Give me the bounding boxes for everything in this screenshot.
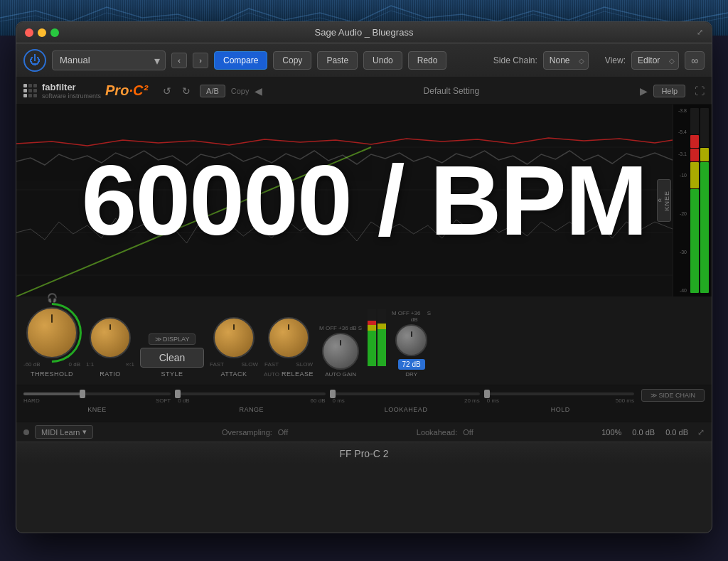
nav-fwd-button[interactable]: ›	[193, 53, 208, 68]
headphone-icon: 🎧	[47, 293, 58, 303]
ab-button[interactable]: A/B	[200, 85, 225, 97]
close-button[interactable]	[25, 28, 33, 37]
copy-button[interactable]: Copy	[273, 51, 311, 70]
threshold-knob-wrap: 🎧	[26, 307, 77, 358]
ff-dot	[23, 94, 27, 97]
threshold-knob[interactable]	[26, 307, 77, 358]
daw-toolbar: ⏻ Manual ‹ › Compare Copy Paste Undo Red…	[16, 43, 712, 78]
oversampling-value: Off	[278, 428, 288, 437]
preset-dropdown[interactable]: Manual	[52, 50, 166, 70]
gain-section: M OFF +36 dB S AUTO GAIN	[319, 325, 362, 378]
lookahead-slider-group: 0 ms 20 ms LOOKAHEAD	[333, 392, 480, 413]
knee-button[interactable]: « KNEE	[657, 179, 671, 222]
ff-dot	[28, 84, 32, 87]
paste-button[interactable]: Paste	[317, 51, 358, 70]
compare-button[interactable]: Compare	[214, 51, 267, 70]
plugin-header: fabfilter software instruments Pro·C² ↺ …	[16, 78, 712, 105]
lookahead-slider-labels: 0 ms 20 ms	[333, 397, 480, 404]
attack-label: ATTACK	[220, 370, 247, 378]
waveform-display	[16, 105, 673, 296]
ratio-knob[interactable]	[90, 317, 131, 358]
help-button[interactable]: Help	[653, 85, 685, 97]
sidechain-dropdown[interactable]: None	[543, 51, 589, 70]
style-label: STYLE	[161, 370, 183, 378]
auto-gain-label: AUTO GAIN	[325, 371, 356, 378]
range-slider-group: 0 dB 60 dB RANGE	[178, 392, 325, 413]
display-area: 60000 / BPM « KNEE -3.8 -5.4 -3.1 -10 -2…	[16, 105, 712, 296]
knee-slider-labels: HARD SOFT	[23, 397, 171, 404]
style-section: DISPLAY Clean STYLE	[140, 333, 204, 378]
preset-dropdown-wrap: Manual	[52, 50, 166, 70]
dry-knob[interactable]	[395, 324, 427, 356]
range-slider-label: RANGE	[178, 406, 325, 413]
lookahead-slider[interactable]	[333, 392, 480, 395]
dry-value: 72 dB	[398, 359, 425, 370]
window-controls	[25, 28, 59, 37]
hold-slider-labels: 0 ms 500 ms	[487, 397, 634, 404]
hold-slider-label: HOLD	[487, 406, 634, 413]
ff-product-name: Pro·C²	[105, 82, 148, 99]
expand-icon: ⤢	[697, 28, 703, 37]
dry-row-top: M OFF +36 dB S	[392, 310, 431, 323]
sidechain-wrap: None	[543, 51, 589, 70]
gain-knob[interactable]	[322, 333, 359, 370]
attack-knob[interactable]	[213, 317, 255, 358]
fabfilter-logo: fabfilter software instruments Pro·C²	[23, 82, 148, 100]
default-setting-label: Default Setting	[268, 86, 634, 96]
redo-button[interactable]: Redo	[408, 51, 447, 70]
display-button[interactable]: DISPLAY	[149, 333, 196, 345]
ratio-range: 1:1 ∞:1	[86, 361, 134, 368]
ff-dot	[23, 84, 27, 87]
redo-plugin-button[interactable]: ↻	[178, 83, 194, 99]
status-bar: MIDI Learn ▾ Oversampling: Off Lookahead…	[16, 422, 712, 442]
release-knob[interactable]	[268, 317, 309, 358]
maximize-button[interactable]	[50, 28, 59, 37]
side-vu-meter	[368, 309, 386, 366]
threshold-group: 🎧 -60 dB 0 dB THRESHOLD	[23, 307, 80, 378]
status-expand-icon[interactable]: ⤢	[697, 427, 705, 437]
attack-group: FAST SLOW ATTACK	[210, 317, 258, 378]
range-slider-labels: 0 dB 60 dB	[178, 397, 325, 404]
bottom-title: FF Pro-C 2	[339, 448, 388, 459]
undo-plugin-button[interactable]: ↺	[159, 83, 175, 99]
ff-dot	[33, 94, 37, 97]
ff-dot	[23, 89, 27, 92]
preset-nav-right[interactable]: ▶	[640, 85, 648, 97]
nav-back-button[interactable]: ‹	[171, 53, 187, 68]
view-wrap: Editor	[631, 51, 679, 70]
threshold-ring	[26, 307, 77, 358]
release-label-row: AUTO RELEASE	[264, 370, 314, 378]
link-button[interactable]: ∞	[685, 51, 705, 70]
dry-label: DRY	[405, 371, 417, 378]
lookahead-slider-label: LOOKAHEAD	[333, 406, 480, 413]
title-bar: Sage Audio _ Bluegrass ⤢	[16, 22, 712, 43]
vu-bars	[690, 108, 709, 293]
ff-brand-text: fabfilter software instruments	[42, 82, 101, 100]
ratio-label: RATIO	[100, 370, 120, 378]
knee-slider[interactable]	[23, 392, 171, 395]
hold-slider[interactable]	[487, 392, 634, 395]
hold-slider-group: 0 ms 500 ms HOLD	[487, 392, 634, 413]
range-slider[interactable]	[178, 392, 325, 395]
vu-bar-1	[368, 309, 376, 366]
vu-bar-2	[378, 309, 386, 366]
controls-area: 🎧 -60 dB 0 dB THRESHOLD 1:1 ∞:1 RATIO	[16, 296, 712, 385]
expand-button[interactable]: ⛶	[695, 85, 705, 97]
undo-button[interactable]: Undo	[363, 51, 402, 70]
view-dropdown[interactable]: Editor	[631, 51, 679, 70]
oversampling-label: Oversampling:	[222, 428, 272, 437]
threshold-label: THRESHOLD	[31, 370, 73, 378]
sliders-row: HARD SOFT KNEE 0 dB 60 dB RANGE	[16, 385, 712, 422]
side-chain-button[interactable]: SIDE CHAIN	[641, 389, 705, 402]
power-button[interactable]: ⏻	[23, 49, 46, 72]
preset-nav-left[interactable]: ◀	[255, 85, 262, 97]
clean-button[interactable]: Clean	[140, 348, 204, 368]
minimize-button[interactable]	[38, 28, 46, 37]
knee-slider-group: HARD SOFT KNEE	[23, 392, 171, 413]
ff-grid-icon	[23, 84, 38, 98]
midi-learn-button[interactable]: MIDI Learn ▾	[35, 425, 93, 439]
side-vu-bars	[368, 309, 386, 366]
release-group: FAST SLOW AUTO RELEASE	[264, 317, 314, 378]
ff-dot	[33, 89, 37, 92]
knee-slider-label: KNEE	[23, 406, 171, 413]
